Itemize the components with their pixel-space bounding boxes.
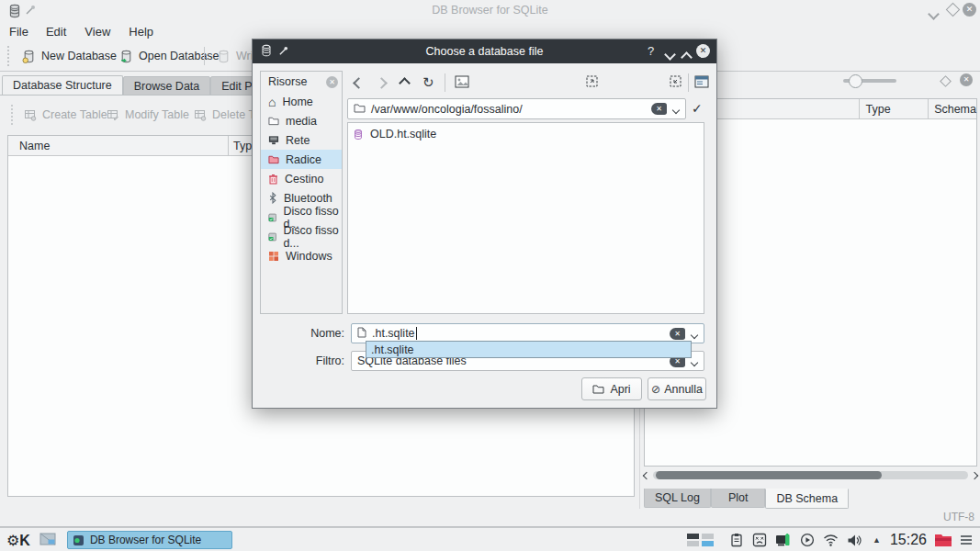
red-folder-icon[interactable] <box>934 533 952 547</box>
text-cursor <box>416 327 417 340</box>
sidebar-item-home[interactable]: ⌂ Home <box>261 92 342 111</box>
clear-path-icon[interactable]: ✕ <box>651 103 667 115</box>
up-icon[interactable] <box>393 76 416 90</box>
menu-view[interactable]: View <box>75 25 119 39</box>
tab-sql-log[interactable]: SQL Log <box>644 489 711 508</box>
dialog-minimize-icon[interactable] <box>666 48 674 62</box>
zoom-slider-knob[interactable] <box>849 74 862 88</box>
toolbar-handle[interactable] <box>7 46 11 66</box>
dialog-maximize-icon[interactable] <box>682 51 691 64</box>
sidebar-item-media[interactable]: media <box>261 111 342 130</box>
cancel-button[interactable]: ⊘ Annulla <box>648 377 706 400</box>
kde-menu-icon[interactable]: ⚙K <box>6 532 30 549</box>
sidebar-item-rete[interactable]: Rete <box>261 130 342 150</box>
tray-expand-icon[interactable]: ▲ <box>873 535 881 545</box>
root-folder-icon <box>268 154 279 164</box>
dialog-help-icon[interactable]: ? <box>648 44 654 58</box>
sidebar-item-radice[interactable]: Radice <box>261 150 342 169</box>
tab-database-structure[interactable]: Database Structure <box>2 75 123 96</box>
file-item[interactable]: OLD.ht.sqlite <box>348 125 704 143</box>
task-button[interactable]: DB Browser for SQLite <box>67 531 232 549</box>
preview-icon[interactable] <box>449 75 475 91</box>
create-table-button: Create Table <box>18 104 113 126</box>
sidebar-item-disk-2[interactable]: Disco fisso d... <box>261 227 342 246</box>
detail-view-icon[interactable] <box>694 75 709 91</box>
completion-item[interactable]: .ht.sqlite <box>366 343 414 356</box>
dock-tabbar: SQL Log Plot DB Schema <box>644 489 849 509</box>
write-changes-icon <box>217 50 231 63</box>
file-list[interactable]: OLD.ht.sqlite <box>347 122 704 314</box>
file-dialog: Choose a database file ? ✕ Risorse ✕ ⌂ H… <box>252 39 717 409</box>
schema-column-type[interactable]: Type <box>860 103 928 116</box>
name-value[interactable]: .ht.sqlite <box>372 327 415 340</box>
sidebar-close-icon[interactable]: ✕ <box>326 76 338 88</box>
statusbar: UTF-8 <box>0 507 980 526</box>
path-confirm-icon[interactable]: ✓ <box>692 101 703 116</box>
desktop: DB Browser for SQLite ✕ File Edit View H… <box>0 0 980 551</box>
folder-icon <box>354 102 366 116</box>
battery-monitor-icon[interactable] <box>775 534 791 547</box>
path-text[interactable]: /var/www/oncologia/fossalino/ <box>371 103 523 116</box>
reload-icon[interactable]: ↻ <box>416 76 441 89</box>
tab-plot[interactable]: Plot <box>711 489 766 508</box>
encoding-indicator[interactable]: UTF-8 <box>943 511 974 523</box>
hard-disk-icon <box>268 231 276 242</box>
wifi-icon[interactable] <box>823 534 839 546</box>
zoom-out-icon[interactable] <box>585 74 599 91</box>
schema-column-schema[interactable]: Schema <box>928 103 976 116</box>
scroll-right-icon[interactable] <box>971 471 978 478</box>
dock-close-icon[interactable]: ✕ <box>960 73 973 86</box>
minimize-icon[interactable] <box>929 7 938 21</box>
screenshot-sad-face-icon[interactable] <box>752 533 767 547</box>
media-play-icon[interactable] <box>800 533 815 547</box>
volume-icon[interactable] <box>847 534 862 547</box>
dialog-close-icon[interactable]: ✕ <box>696 44 710 58</box>
back-icon[interactable] <box>347 76 370 90</box>
pager-widget-icon[interactable] <box>39 533 56 548</box>
panel-hamburger-icon[interactable] <box>960 534 973 545</box>
sqlite-file-icon <box>353 129 364 141</box>
main-titlebar: DB Browser for SQLite ✕ <box>0 0 980 22</box>
create-table-icon <box>24 108 37 121</box>
dock-float-icon[interactable] <box>940 75 952 87</box>
new-database-button[interactable]: New Database <box>15 45 124 67</box>
new-database-icon <box>22 50 36 63</box>
toolbar-handle[interactable] <box>11 105 15 125</box>
clear-name-icon[interactable]: ✕ <box>670 328 685 340</box>
path-dropdown-icon[interactable] <box>667 102 685 116</box>
open-button[interactable]: Apri <box>581 377 642 400</box>
clock[interactable]: 15:26 <box>890 532 927 548</box>
tab-browse-data[interactable]: Browse Data <box>123 76 211 96</box>
dialog-titlebar[interactable]: Choose a database file ? ✕ <box>253 39 716 63</box>
dialog-toolbar: ↻ <box>347 71 709 95</box>
menu-file[interactable]: File <box>0 25 37 39</box>
trash-icon <box>268 174 278 185</box>
home-icon: ⌂ <box>268 97 276 107</box>
modify-table-button: Modify Table <box>101 104 195 126</box>
tab-db-schema[interactable]: DB Schema <box>765 489 849 509</box>
folder-icon <box>268 116 279 126</box>
zoom-in-icon[interactable] <box>669 74 682 91</box>
sidebar-header: Risorse ✕ <box>261 72 342 92</box>
name-dropdown-icon[interactable] <box>685 327 704 341</box>
places-sidebar: Risorse ✕ ⌂ Home media Rete Radice Ces <box>260 71 343 314</box>
main-window-title: DB Browser for SQLite <box>0 4 980 17</box>
clipboard-icon[interactable] <box>730 533 743 547</box>
windows-icon <box>268 251 279 262</box>
scrollbar-thumb[interactable] <box>656 471 882 479</box>
main-close-icon[interactable]: ✕ <box>963 3 976 17</box>
file-page-icon <box>357 327 366 341</box>
filter-label: Filtro: <box>293 354 344 367</box>
sidebar-item-windows[interactable]: Windows <box>261 246 342 265</box>
schema-hscrollbar[interactable] <box>644 469 977 481</box>
menu-edit[interactable]: Edit <box>37 25 75 39</box>
tray-pager-icon[interactable] <box>686 533 715 547</box>
path-bar[interactable]: /var/www/oncologia/fossalino/ ✕ <box>347 98 686 119</box>
menu-help[interactable]: Help <box>119 25 163 39</box>
scroll-left-icon[interactable] <box>643 471 650 478</box>
delete-table-icon <box>194 108 207 121</box>
sidebar-title: Risorse <box>268 75 307 88</box>
column-header-name[interactable]: Name <box>8 140 228 152</box>
sidebar-item-cestino[interactable]: Cestino <box>261 169 342 188</box>
hard-disk-icon <box>268 212 276 223</box>
